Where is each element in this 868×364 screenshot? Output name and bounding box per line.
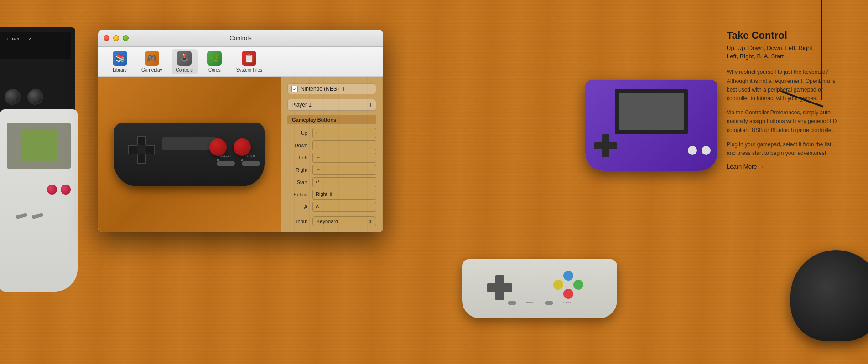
gameboy-select-btn [16, 213, 27, 219]
titlebar: Controls [98, 30, 383, 47]
toolbar-item-gameplay[interactable]: 🎮 Gameplay [137, 49, 167, 74]
toolbar-item-library[interactable]: 📚 Library [107, 49, 132, 74]
a-input[interactable]: A [312, 202, 376, 212]
gba-btn-a [702, 146, 711, 155]
up-input[interactable]: ↑ [312, 128, 376, 138]
snes-select-label: SELECT [525, 301, 536, 304]
system-files-icon: 📋 [242, 51, 256, 66]
gameplay-icon: 🎮 [145, 51, 159, 66]
controller-visual-panel: SELECT START B [98, 77, 281, 232]
toolbar: 📚 Library 🎮 Gameplay 🕹️ Controls 🌿 Cores… [98, 47, 383, 77]
toolbar-item-cores[interactable]: 🌿 Cores [202, 49, 227, 74]
gameboy-screen-area [7, 123, 71, 169]
system-files-label: System Files [236, 67, 262, 72]
select-label: Select: [287, 192, 312, 197]
gba-dpad [594, 134, 617, 157]
nes-dpad [128, 136, 155, 164]
controls-dialog: Controls 📚 Library 🎮 Gameplay 🕹️ Control… [98, 30, 383, 232]
toolbar-item-system-files[interactable]: 📋 System Files [232, 49, 267, 74]
snes-dpad [487, 275, 512, 300]
snes-a-button [573, 280, 583, 290]
library-icon: 📚 [113, 51, 127, 66]
start-input[interactable]: ↵ [312, 177, 376, 187]
nes-a-button[interactable]: A [234, 138, 251, 156]
minimize-button[interactable] [113, 35, 119, 41]
gameboy-start-btn [31, 213, 43, 219]
a-row: A: A [287, 202, 376, 212]
snes-select-start: SELECT START [508, 301, 571, 305]
snes-y-button [553, 280, 563, 290]
platform-arrow: ⬍ [342, 87, 345, 92]
gba-btn-b [688, 146, 697, 155]
window-title: Controls [229, 35, 251, 41]
controls-label: Controls [176, 67, 193, 72]
left-label: Left: [287, 155, 312, 160]
player-dropdown[interactable]: Player 1 ⬍ [287, 99, 376, 111]
input-label: Input: [287, 219, 312, 224]
knob-left [5, 89, 21, 105]
maximize-button[interactable] [123, 35, 129, 41]
gba-buttons [688, 146, 711, 155]
nes-controller: SELECT START B [114, 123, 265, 186]
snes-start-label: START [562, 301, 571, 304]
gameboy-a-button [61, 185, 71, 195]
select-row: Select: Right ⇧ [287, 190, 376, 200]
player-arrow: ⬍ [369, 103, 372, 108]
info-title: Take Control [727, 30, 841, 41]
select-input[interactable]: Right ⇧ [312, 190, 376, 200]
device-screen: 1 START2 [0, 32, 71, 59]
nes-ab-buttons: B A [209, 138, 251, 156]
window-controls [104, 35, 129, 41]
gameboy-device [0, 109, 78, 292]
info-body-3: Plug in your gamepad, select it from the… [727, 140, 841, 158]
right-row: Right: → [287, 165, 376, 175]
nes-gray-bar: SELECT START [162, 137, 217, 150]
input-value: Keyboard [317, 219, 338, 224]
device-text: 1 START2 [7, 37, 31, 41]
dpad-center [137, 145, 146, 154]
right-input[interactable]: → [312, 165, 376, 175]
info-panel: Take Control Up, Up, Down, Down, Left, R… [727, 30, 841, 170]
gba-screen [619, 93, 684, 130]
snes-face-buttons [553, 271, 594, 302]
library-label: Library [113, 67, 127, 72]
start-label: Start: [287, 179, 312, 185]
info-body-2: Via the Controller Preferences, simply a… [727, 108, 841, 135]
snes-b-button [563, 289, 573, 299]
right-label: Right: [287, 167, 312, 173]
platform-checkbox[interactable]: ✓ [291, 86, 298, 92]
gba-purple-device [585, 80, 717, 171]
close-button[interactable] [104, 35, 109, 41]
platform-dropdown[interactable]: ✓ Nintendo (NES) ⬍ [287, 83, 376, 94]
gba-screen-area [615, 89, 688, 134]
gameboy-start-select [16, 214, 43, 218]
left-input[interactable]: ← [312, 153, 376, 163]
controls-icon: 🕹️ [177, 51, 192, 66]
gba-dpad-v [602, 134, 609, 157]
content-area: SELECT START B [98, 77, 383, 232]
down-input[interactable]: ↓ [312, 140, 376, 150]
gameplay-buttons-header: Gameplay Buttons [287, 115, 376, 124]
cores-label: Cores [208, 67, 221, 72]
platform-select-row: ✓ Nintendo (NES) ⬍ [287, 83, 376, 94]
snes-x-button [563, 271, 573, 281]
down-row: Down: ↓ [287, 140, 376, 150]
learn-more-link[interactable]: Learn More → [727, 163, 841, 170]
gameboy-ab-buttons [47, 185, 71, 195]
input-dropdown[interactable]: Keyboard ⬍ [312, 216, 376, 226]
snes-dpad-v [495, 275, 504, 300]
nes-b-button[interactable]: B [209, 138, 227, 156]
toolbar-item-controls[interactable]: 🕹️ Controls [172, 49, 198, 74]
cores-icon: 🌿 [207, 51, 222, 66]
player-label: Player 1 [291, 102, 312, 108]
snes-start-btn [545, 301, 553, 305]
left-dark-device: 1 START2 [0, 27, 75, 118]
input-row: Input: Keyboard ⬍ [287, 216, 376, 226]
gameplay-label: Gameplay [141, 67, 162, 72]
input-arrow: ⬍ [369, 219, 372, 224]
info-subtitle: Up, Up, Down, Down, Left, Right,Left, Ri… [727, 44, 841, 61]
up-label: Up: [287, 130, 312, 136]
gameboy-b-button [47, 185, 57, 195]
a-label: A [234, 158, 251, 162]
snes-controller: SELECT START [462, 259, 617, 318]
